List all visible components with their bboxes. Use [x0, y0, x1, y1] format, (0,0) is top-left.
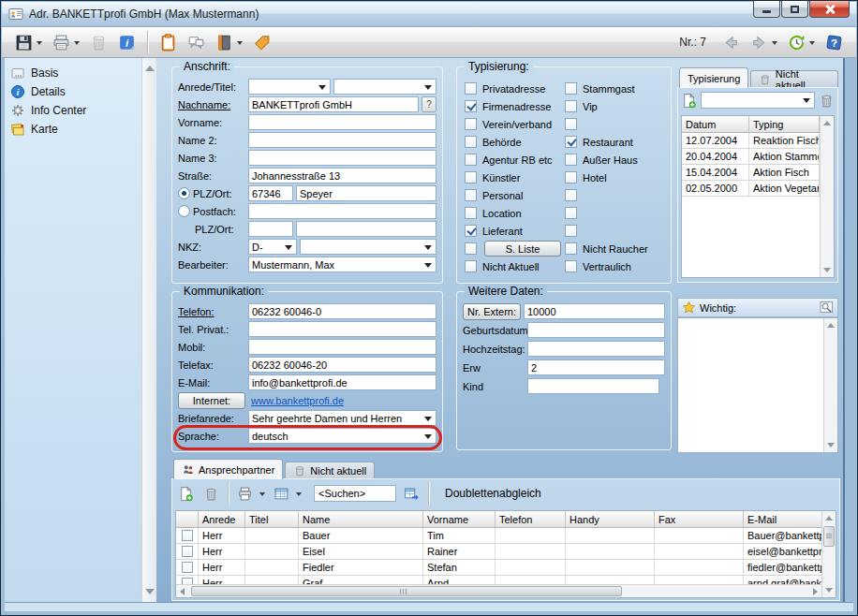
scroll-down-arrow-icon[interactable] — [145, 589, 155, 594]
delete-button[interactable] — [86, 30, 111, 55]
nr-extern-button[interactable]: Nr. Extern: — [463, 303, 521, 320]
grid-view-button[interactable] — [274, 486, 289, 502]
save-button[interactable] — [11, 30, 46, 55]
contact-search-input[interactable] — [314, 485, 396, 502]
s-liste-button[interactable]: S. Liste — [484, 241, 561, 257]
wichtig-scrollbar[interactable] — [823, 318, 837, 452]
checkbox[interactable] — [465, 171, 477, 183]
save-dropdown-arrow[interactable] — [37, 41, 42, 48]
checkbox[interactable] — [565, 154, 577, 166]
titel-select[interactable] — [333, 79, 436, 95]
table-row[interactable]: HerrFiedlerStefanfiedler@bankettpr — [176, 560, 821, 576]
typing-select[interactable] — [701, 92, 815, 109]
doubletten-button[interactable] — [404, 486, 420, 502]
column-header[interactable]: Typing — [749, 116, 820, 132]
scroll-left-arrow-icon[interactable] — [180, 588, 185, 595]
table-row[interactable]: 20.04.2004Aktion Stammgasta — [682, 149, 820, 165]
back-button[interactable] — [718, 30, 744, 55]
minimize-button[interactable] — [753, 1, 780, 18]
maximize-button[interactable] — [781, 1, 808, 18]
print-button[interactable] — [49, 30, 83, 55]
geburtsdatum-input[interactable] — [527, 322, 665, 338]
print-contacts-button[interactable] — [237, 486, 253, 502]
vorname-input[interactable] — [248, 114, 436, 130]
table-row[interactable]: HerrEiselRainereisel@bankettpro — [176, 544, 821, 560]
info-button[interactable]: i — [114, 30, 140, 55]
scroll-right-arrow-icon[interactable] — [813, 588, 818, 595]
notes-button[interactable] — [155, 30, 181, 55]
postfach-radio[interactable] — [178, 205, 190, 217]
addressbook-dropdown-arrow[interactable] — [237, 41, 243, 48]
column-header[interactable]: Telefon — [496, 511, 566, 527]
print-contacts-dropdown-arrow[interactable] — [259, 492, 265, 499]
nachname-label[interactable]: Nachname: — [178, 99, 245, 110]
history-button[interactable] — [784, 30, 819, 55]
wichtig-textarea[interactable] — [677, 317, 838, 453]
comments-button[interactable] — [184, 30, 209, 55]
name3-input[interactable] — [248, 150, 436, 166]
grid-view-dropdown-arrow[interactable] — [296, 492, 302, 499]
column-header[interactable]: Titel — [245, 511, 299, 527]
row-checkbox[interactable] — [182, 546, 193, 557]
row-checkbox[interactable] — [182, 562, 193, 573]
plzort-radio[interactable] — [178, 187, 190, 199]
tel-privat-input[interactable] — [248, 321, 436, 337]
scroll-up-arrow-icon[interactable] — [827, 323, 835, 328]
telefax-input[interactable]: 06232 60046-20 — [248, 357, 436, 373]
postfach-input[interactable] — [248, 203, 436, 219]
erw-input[interactable]: 2 — [527, 359, 665, 375]
scroll-down-arrow-icon[interactable] — [825, 588, 833, 593]
column-header[interactable]: Datum — [682, 116, 749, 132]
table-row[interactable]: HerrBauerTimBauer@bankettpr — [176, 528, 821, 544]
checkbox[interactable] — [565, 242, 577, 255]
internet-button[interactable]: Internet: — [178, 392, 245, 409]
checkbox[interactable] — [565, 100, 577, 112]
scroll-down-arrow-icon[interactable] — [823, 268, 831, 272]
checkbox[interactable] — [565, 225, 577, 237]
checkbox[interactable] — [565, 82, 577, 95]
column-header[interactable]: Fax — [655, 511, 744, 527]
table-row[interactable]: HerrGrafArndarnd.graf@banke — [176, 576, 821, 584]
checkbox[interactable] — [565, 118, 577, 130]
row-checkbox[interactable] — [182, 578, 193, 584]
checkbox[interactable] — [465, 136, 477, 148]
v-scrollbar-thumb[interactable] — [823, 526, 835, 547]
add-typing-button[interactable] — [681, 93, 697, 109]
checkbox[interactable] — [465, 154, 477, 166]
strasse-input[interactable]: Johannesstraße 13 — [248, 168, 436, 183]
row-checkbox[interactable] — [182, 530, 193, 541]
column-header[interactable]: Name — [299, 511, 423, 527]
close-button[interactable] — [809, 1, 850, 18]
tab-contacts-nicht-aktuell[interactable]: Nicht aktuell — [285, 462, 375, 479]
sprache-select[interactable]: deutsch — [248, 428, 436, 444]
checkbox[interactable] — [565, 207, 577, 219]
checkbox[interactable] — [465, 260, 477, 272]
checkbox[interactable] — [565, 136, 577, 148]
tab-typisierung[interactable]: Typisierung — [679, 67, 748, 88]
sidebar-item-details[interactable]: iDetails — [7, 82, 140, 101]
sidebar-item-basis[interactable]: Basis — [7, 64, 140, 82]
column-header[interactable]: Handy — [566, 511, 655, 527]
kind-input[interactable] — [527, 378, 659, 394]
plz2-input[interactable] — [248, 221, 293, 237]
checkbox[interactable] — [465, 207, 477, 219]
checkbox[interactable] — [465, 189, 477, 201]
doubletten-label[interactable]: Doublettenabgleich — [445, 487, 541, 500]
history-dropdown-arrow[interactable] — [809, 41, 815, 48]
tab-ansprechpartner[interactable]: Ansprechpartner — [173, 459, 283, 479]
sidebar-item-karte[interactable]: Karte — [7, 120, 140, 139]
checkbox[interactable] — [565, 171, 577, 183]
scroll-up-arrow-icon[interactable] — [825, 516, 833, 521]
anrede-select[interactable] — [248, 79, 331, 95]
checkbox[interactable] — [465, 225, 477, 237]
delete-typing-button[interactable] — [819, 93, 835, 109]
nkz2-select[interactable] — [300, 239, 436, 255]
ort-input[interactable]: Speyer — [296, 185, 436, 201]
table-row[interactable]: 12.07.2004Reaktion Fisch — [682, 133, 820, 149]
checkbox[interactable] — [465, 118, 477, 130]
scroll-up-arrow-icon[interactable] — [823, 121, 831, 125]
nkz-select[interactable]: D- — [248, 239, 297, 255]
contacts-v-scrollbar[interactable] — [821, 511, 836, 597]
nr-extern-input[interactable]: 10000 — [524, 303, 665, 319]
checkbox[interactable] — [565, 260, 577, 272]
